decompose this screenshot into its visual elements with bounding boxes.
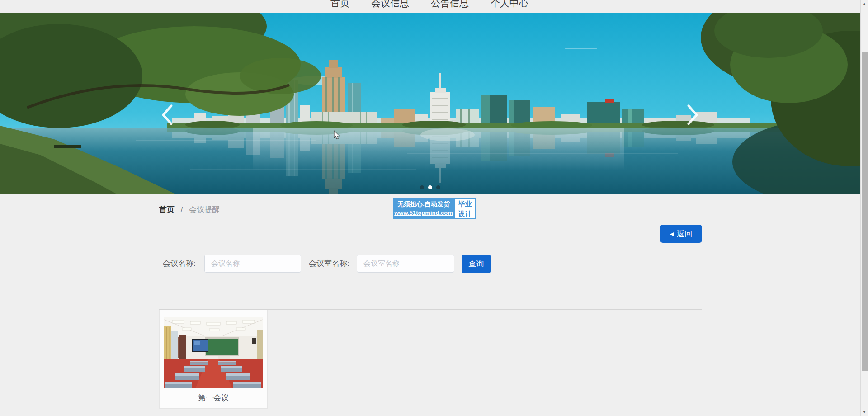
back-button[interactable]: ◀ 返回 xyxy=(660,225,702,243)
back-arrow-icon: ◀ xyxy=(670,232,674,236)
nav-item-home[interactable]: 首页 xyxy=(330,0,349,9)
scrollbar-down-icon[interactable]: ▼ xyxy=(861,408,868,416)
watermark-badge-line2: 设计 xyxy=(455,209,475,219)
top-navbar: 首页 会议信息 公告信息 个人中心 xyxy=(0,0,860,13)
carousel-dot[interactable] xyxy=(436,185,440,189)
chevron-right-icon xyxy=(685,102,700,128)
watermark-badge-line1: 毕业 xyxy=(455,199,475,209)
nav-item-announcements[interactable]: 公告信息 xyxy=(431,0,469,9)
query-button[interactable]: 查询 xyxy=(462,255,491,273)
watermark-badge: 毕业 设计 xyxy=(455,199,475,218)
nav-menu: 首页 会议信息 公告信息 个人中心 xyxy=(330,0,528,9)
carousel-prev-button[interactable] xyxy=(156,90,179,140)
app-root: 首页 会议信息 公告信息 个人中心 xyxy=(0,0,868,416)
breadcrumb-current: 会议提醒 xyxy=(189,205,220,214)
meeting-room-label: 会议室名称: xyxy=(309,255,349,273)
meeting-card[interactable]: 第一会议 xyxy=(159,310,268,409)
breadcrumb: 首页 / 会议提醒 xyxy=(159,204,220,215)
breadcrumb-separator: / xyxy=(181,205,183,214)
banner-image xyxy=(0,13,860,194)
nav-item-profile[interactable]: 个人中心 xyxy=(491,0,528,9)
meeting-name-label: 会议名称: xyxy=(163,255,196,273)
watermark-url: www.51topmind.com xyxy=(393,208,454,217)
carousel-dots xyxy=(0,185,860,189)
banner-carousel xyxy=(0,13,860,194)
scrollbar-thumb[interactable] xyxy=(862,52,868,371)
chevron-left-icon xyxy=(160,102,175,128)
carousel-dot[interactable] xyxy=(420,185,424,189)
back-button-label: 返回 xyxy=(677,229,692,239)
watermark-ad[interactable]: 无须担心.自动发货 www.51topmind.com 毕业 设计 xyxy=(393,198,476,219)
carousel-next-button[interactable] xyxy=(681,90,704,140)
meeting-card-title: 第一会议 xyxy=(160,392,267,403)
breadcrumb-home-link[interactable]: 首页 xyxy=(159,205,175,214)
scrollbar-up-icon[interactable]: ▲ xyxy=(861,0,868,8)
meeting-room-input[interactable] xyxy=(357,255,454,273)
watermark-text: 无须担心.自动发货 www.51topmind.com xyxy=(393,198,454,219)
nav-item-meetings[interactable]: 会议信息 xyxy=(371,0,409,9)
page-scrollbar[interactable]: ▲ ▼ xyxy=(860,0,868,416)
carousel-dot-active[interactable] xyxy=(428,185,432,189)
meeting-room-photo xyxy=(164,317,263,388)
meeting-name-input[interactable] xyxy=(204,255,301,273)
watermark-line1: 无须担心.自动发货 xyxy=(393,199,454,208)
